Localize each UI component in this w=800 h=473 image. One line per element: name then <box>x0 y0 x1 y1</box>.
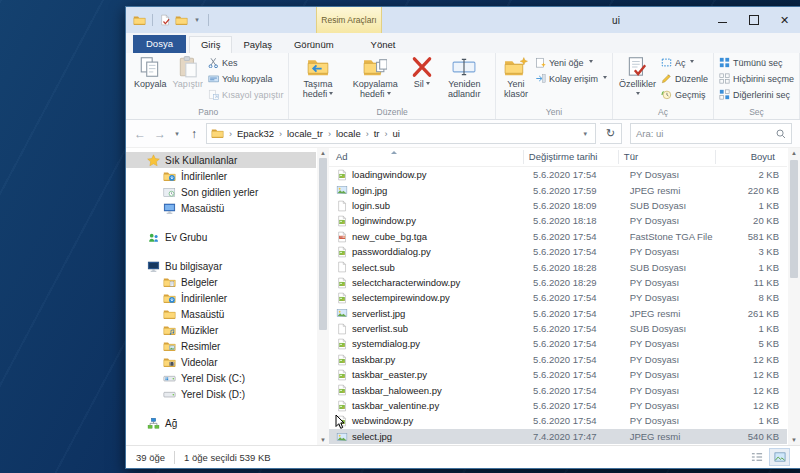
file-row-serverlist-jpg[interactable]: serverlist.jpg5.6.2020 17:54JPEG resmi26… <box>329 306 787 321</box>
file-row-webwindow-py[interactable]: webwindow.py5.6.2020 17:54PY Dosyası1 KB <box>329 413 787 428</box>
copypath-icon <box>208 73 219 84</box>
ribbon-button-geçmiş[interactable]: Geçmiş <box>661 88 708 101</box>
file-name: new_cube_bg.tga <box>352 231 427 242</box>
new-folder-icon[interactable] <box>175 14 188 27</box>
file-type: PY Dosyası <box>625 246 724 257</box>
breadcrumb-segment-locale-tr[interactable]: locale_tr <box>286 128 324 139</box>
sidebar-item-resimler[interactable]: Resimler <box>126 338 316 354</box>
breadcrumb-segment-epack32[interactable]: Epack32 <box>236 128 275 139</box>
file-row-systemdialog-py[interactable]: systemdialog.py5.6.2020 17:54PY Dosyası5… <box>329 336 787 351</box>
up-button-icon[interactable]: ↑ <box>186 127 202 141</box>
file-row-taskbar-haloween-py[interactable]: taskbar_haloween.py5.6.2020 17:54PY Dosy… <box>329 382 787 397</box>
ribbon-button-yeniden-adlandır[interactable]: Yeniden adlandır <box>437 54 492 101</box>
ribbon-button-diğerlerini-seç[interactable]: Diğerlerini seç <box>719 88 794 101</box>
scroll-down-icon[interactable]: ▼ <box>791 435 797 445</box>
tab-dosya[interactable]: Dosya <box>133 35 186 54</box>
sidebar-item-son-gidilen-yerler[interactable]: Son gidilen yerler <box>126 184 316 200</box>
file-row-taskbar-easter-py[interactable]: taskbar_easter.py5.6.2020 17:54PY Dosyas… <box>329 367 787 382</box>
address-dropdown-chevron-icon[interactable]: ▾ <box>579 130 591 138</box>
ribbon-button-yapıştır[interactable]: Yapıştır <box>170 54 206 91</box>
file-row-selectcharacterwindow-py[interactable]: selectcharacterwindow.py5.6.2020 18:29PY… <box>329 275 787 290</box>
py-icon <box>336 399 348 411</box>
ribbon-button-yeni-öğe[interactable]: Yeni öğe <box>535 56 607 69</box>
tab-yönet[interactable]: Yönet <box>360 37 407 54</box>
file-row-loginwindow-py[interactable]: loginwindow.py5.6.2020 18:18PY Dosyası20… <box>329 213 787 228</box>
file-size: 540 KB <box>723 431 787 442</box>
file-row-selectempirewindow-py[interactable]: selectempirewindow.py5.6.2020 17:54PY Do… <box>329 290 787 305</box>
ribbon-button-hiçbirini-seçme[interactable]: Hiçbirini seçme <box>719 72 794 85</box>
sidebar-item-masaüstü[interactable]: Masaüstü <box>126 306 316 322</box>
ribbon-button-özellikler[interactable]: Özellikler <box>616 54 659 101</box>
breadcrumb-segment-locale[interactable]: locale <box>335 128 362 139</box>
sidebar-item-i-ndirilenler[interactable]: İndirilenler <box>126 168 316 184</box>
ribbon-button-aç[interactable]: Aç <box>661 56 708 69</box>
sidebar-item-yerel-disk-c[interactable]: Yerel Disk (C:) <box>126 370 316 386</box>
ribbon-group-label: Pano <box>131 106 285 119</box>
sidebar-item-i-ndirilenler[interactable]: İndirilenler <box>126 290 316 306</box>
file-row-loadingwindow-py[interactable]: loadingwindow.py5.6.2020 17:54PY Dosyası… <box>329 167 787 182</box>
breadcrumb-segment-ui[interactable]: ui <box>392 128 401 139</box>
close-button[interactable]: ✕ <box>769 7 800 33</box>
file-row-new-cube-bg-tga[interactable]: TGAnew_cube_bg.tga5.6.2020 17:54FastSton… <box>329 229 787 244</box>
file-date: 5.6.2020 17:54 <box>528 369 625 380</box>
forward-button-icon[interactable]: → <box>152 127 168 141</box>
minimize-button[interactable] <box>707 7 738 33</box>
contextual-tab-header[interactable]: Resim Araçları <box>316 7 382 33</box>
ribbon-button-kopyala[interactable]: Kopyala <box>131 54 170 91</box>
sidebar-item-bu-bilgisayar[interactable]: Bu bilgisayar <box>126 258 316 274</box>
file-row-taskbar-valentine-py[interactable]: taskbar_valentine.py5.6.2020 17:54PY Dos… <box>329 398 787 413</box>
sidebar-scrollbar[interactable]: ▲ ▼ <box>317 148 329 445</box>
search-input[interactable]: Ara: ui <box>630 123 792 144</box>
file-row-taskbar-py[interactable]: taskbar.py5.6.2020 17:54PY Dosyası12 KB <box>329 352 787 367</box>
ribbon-button-kısayol-yapıştır[interactable]: Kısayol yapıştır <box>208 88 284 101</box>
column-header-name[interactable]: Ad <box>329 150 524 164</box>
scroll-up-icon[interactable]: ▲ <box>791 148 797 158</box>
file-size: 1 KB <box>723 415 787 426</box>
file-row-select-sub[interactable]: select.sub5.6.2020 18:28SUB Dosyası1 KB <box>329 259 787 274</box>
breadcrumb-segment-tr[interactable]: tr <box>373 128 381 139</box>
ribbon-group-label: Düzenle <box>292 106 492 119</box>
column-header-date[interactable]: Değiştirme tarihi <box>524 150 619 164</box>
details-view-button[interactable] <box>746 448 767 466</box>
properties-icon[interactable] <box>159 14 171 26</box>
sidebar-item-belgeler[interactable]: Belgeler <box>126 274 316 290</box>
file-row-serverlist-sub[interactable]: serverlist.sub5.6.2020 17:54SUB Dosyası1… <box>329 321 787 336</box>
file-row-login-sub[interactable]: login.sub5.6.2020 18:09SUB Dosyası1 KB <box>329 198 787 213</box>
refresh-button[interactable]: ↻ <box>600 123 622 144</box>
ribbon-button-kopyalama-hedefi[interactable]: Kopyalama hedefi <box>344 54 407 101</box>
ribbon-button-yeni-klasör[interactable]: Yeni klasör <box>499 54 533 101</box>
sidebar-item-masaüstü[interactable]: Masaüstü <box>126 200 316 216</box>
column-header-type[interactable]: Tür <box>619 150 716 164</box>
sidebar-item-ev-grubu[interactable]: Ev Grubu <box>126 229 316 245</box>
ribbon-button-yolu-kopyala[interactable]: Yolu kopyala <box>208 72 284 85</box>
sidebar-item-ağ[interactable]: Ağ <box>126 415 316 431</box>
ribbon-button-kolay-erişim[interactable]: Kolay erişim <box>535 72 607 85</box>
scroll-up-icon[interactable]: ▲ <box>320 148 326 158</box>
scroll-down-icon[interactable]: ▼ <box>320 435 326 445</box>
file-date: 5.6.2020 17:54 <box>528 415 625 426</box>
sidebar-item-videolar[interactable]: Videolar <box>126 354 316 370</box>
history-chevron-icon[interactable]: ▾ <box>172 130 182 138</box>
file-row-passworddialog-py[interactable]: passworddialog.py5.6.2020 17:54PY Dosyas… <box>329 244 787 259</box>
breadcrumb[interactable]: ›Epack32›locale_tr›locale›tr›ui ▾ <box>206 123 596 144</box>
thumbnails-view-button[interactable] <box>769 448 790 466</box>
ribbon-button-tümünü-seç[interactable]: Tümünü seç <box>719 56 794 69</box>
tab-görünüm[interactable]: Görünüm <box>283 37 345 54</box>
qat-customize-chevron-icon[interactable]: ▾ <box>192 16 202 24</box>
back-button-icon[interactable]: ← <box>132 127 148 141</box>
sidebar-item-müzikler[interactable]: Müzikler <box>126 322 316 338</box>
filelist-scrollbar[interactable]: ▲ ▼ <box>788 148 800 445</box>
tab-paylaş[interactable]: Paylaş <box>232 37 283 54</box>
ribbon-button-taşıma-hedefi[interactable]: Taşıma hedefi <box>292 54 343 101</box>
ribbon-button-sil[interactable]: Sil <box>407 54 437 91</box>
file-row-select-jpg[interactable]: select.jpg7.4.2020 17:47JPEG resmi540 KB <box>329 429 787 444</box>
ribbon-button-düzenle[interactable]: Düzenle <box>661 72 708 85</box>
sidebar-item-sık-kullanılanlar[interactable]: Sık Kullanılanlar <box>126 152 316 168</box>
search-icon <box>775 128 786 140</box>
column-header-size[interactable]: Boyut <box>716 150 787 164</box>
maximize-button[interactable] <box>738 7 769 33</box>
sidebar-item-yerel-disk-d[interactable]: Yerel Disk (D:) <box>126 386 316 402</box>
ribbon-button-kes[interactable]: Kes <box>208 56 284 69</box>
tab-giriş[interactable]: Giriş <box>189 36 233 54</box>
file-row-login-jpg[interactable]: login.jpg5.6.2020 17:59JPEG resmi220 KB <box>329 182 787 197</box>
